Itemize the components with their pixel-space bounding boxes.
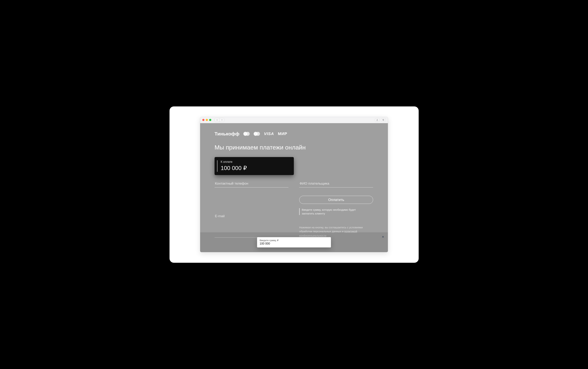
payment-form: Оплатить Введите сумму, которую необходи…: [215, 180, 373, 238]
amount-popup-label: Введите сумму, ₽: [260, 239, 328, 242]
maximize-window-button[interactable]: [209, 119, 211, 121]
page-viewport: Тинькофф VISA МИР Мы принимаем платежи о…: [200, 123, 388, 252]
close-icon[interactable]: [380, 234, 386, 239]
pay-button[interactable]: Оплатить: [299, 196, 373, 204]
amount-label: К оплате: [221, 160, 289, 164]
amount-value: 100 000 ₽: [221, 164, 289, 172]
stage: Тинькофф VISA МИР Мы принимаем платежи о…: [170, 106, 419, 263]
browser-chrome: [200, 117, 388, 123]
hint-text: Введите сумму, которую необходимо будет …: [299, 208, 357, 215]
window-controls: [202, 119, 211, 121]
accent-bar: [217, 160, 217, 172]
back-button[interactable]: [215, 118, 219, 122]
payer-name-field[interactable]: [299, 180, 373, 187]
amount-popup: Введите сумму, ₽: [257, 237, 331, 247]
amount-card: К оплате 100 000 ₽: [215, 157, 294, 175]
forward-button[interactable]: [219, 118, 224, 122]
visa-icon: VISA: [264, 132, 274, 136]
close-window-button[interactable]: [202, 119, 205, 121]
logo-row: Тинькофф VISA МИР: [215, 131, 373, 137]
amount-input[interactable]: [260, 242, 328, 245]
browser-window: Тинькофф VISA МИР Мы принимаем платежи о…: [200, 117, 388, 252]
chrome-right: [375, 118, 386, 122]
phone-field[interactable]: [215, 180, 289, 187]
share-icon[interactable]: [375, 118, 380, 122]
email-field[interactable]: [215, 196, 289, 238]
page-title: Мы принимаем платежи онлайн: [215, 144, 373, 151]
maestro-icon: [254, 132, 260, 136]
svg-rect-1: [383, 120, 384, 121]
mir-icon: МИР: [278, 132, 287, 136]
minimize-window-button[interactable]: [206, 119, 208, 121]
nav-buttons: [215, 118, 224, 122]
mastercard-icon: [243, 132, 250, 136]
tabs-icon[interactable]: [381, 118, 386, 122]
brand-logo: Тинькофф: [215, 131, 239, 137]
svg-rect-2: [383, 119, 384, 120]
